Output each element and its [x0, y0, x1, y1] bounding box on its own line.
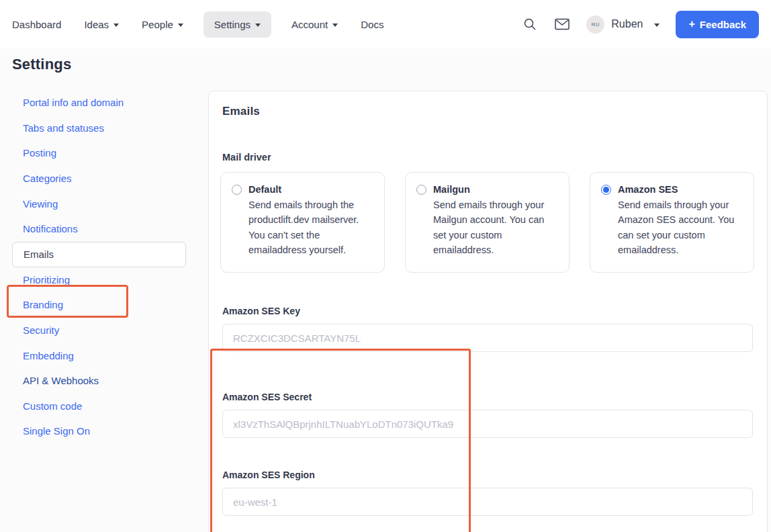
mail-icon[interactable]	[554, 16, 570, 32]
sidebar-item-notifications[interactable]: Notifications	[0, 216, 201, 242]
sidebar-item-posting[interactable]: Posting	[0, 140, 201, 166]
field-amazon-ses-key: Amazon SES Key	[222, 306, 753, 352]
nav-actions: RU Ruben + Feedback	[522, 11, 759, 38]
active-tab-box: Emails	[12, 242, 186, 267]
feedback-button-label: Feedback	[700, 19, 746, 30]
sidebar-item-embedding[interactable]: Embedding	[0, 343, 201, 368]
driver-option-title: Amazon SES	[618, 184, 678, 195]
sidebar-item-label: Prioritizing	[23, 274, 70, 285]
driver-option-default[interactable]: Default Send emails through the productl…	[220, 172, 385, 273]
sidebar-item-portal-info[interactable]: Portal info and domain	[0, 90, 201, 116]
sidebar-item-label: Portal info and domain	[23, 97, 124, 108]
nav-item-dashboard[interactable]: Dashboard	[12, 19, 61, 30]
avatar-initials: RU	[592, 21, 600, 28]
page-title: Settings	[12, 56, 71, 73]
mail-driver-label: Mail driver	[222, 152, 271, 163]
sidebar-item-single-sign-on[interactable]: Single Sign On	[0, 418, 201, 444]
field-amazon-ses-region: Amazon SES Region	[222, 470, 753, 516]
nav-item-settings[interactable]: Settings	[203, 11, 271, 38]
plus-icon: +	[688, 19, 694, 30]
chevron-down-icon	[654, 24, 660, 27]
sidebar-item-label: Branding	[23, 299, 63, 310]
sidebar-item-label: Notifications	[23, 223, 78, 234]
amazon-ses-key-input[interactable]	[222, 324, 753, 352]
sidebar-item-label: Security	[23, 324, 59, 336]
user-name: Ruben	[611, 18, 643, 30]
chevron-down-icon	[255, 24, 261, 27]
sidebar-item-tabs-statuses[interactable]: Tabs and statuses	[0, 116, 201, 141]
page-body: Settings Portal info and domain Tabs and…	[0, 48, 771, 532]
sidebar-item-label: Viewing	[23, 198, 58, 210]
sidebar-item-label: API & Webhooks	[23, 375, 99, 386]
amazon-ses-region-input[interactable]	[222, 488, 753, 516]
sidebar-item-label: Custom code	[23, 400, 82, 412]
sidebar-item-label: Posting	[23, 147, 56, 159]
radio-unchecked-icon[interactable]	[416, 185, 426, 195]
driver-option-description: Send emails through your Mailgun account…	[433, 197, 558, 258]
field-amazon-ses-secret: Amazon SES Secret	[222, 392, 753, 438]
sidebar-item-label: Categories	[23, 173, 72, 184]
nav-menu: Dashboard Ideas People Settings Account …	[12, 11, 383, 38]
chevron-down-icon	[178, 24, 183, 27]
nav-item-ideas[interactable]: Ideas	[84, 19, 119, 30]
driver-option-description: Send emails through your Amazon SES acco…	[618, 197, 743, 258]
nav-item-label: Ideas	[84, 19, 109, 30]
nav-item-label: People	[142, 19, 173, 30]
search-icon[interactable]	[522, 16, 538, 32]
avatar: RU	[586, 15, 604, 34]
sidebar-item-prioritizing[interactable]: Prioritizing	[0, 267, 201, 293]
card-title: Emails	[222, 105, 260, 118]
sidebar-item-viewing[interactable]: Viewing	[0, 191, 201, 216]
nav-item-docs[interactable]: Docs	[361, 19, 383, 30]
top-navigation: Dashboard Ideas People Settings Account …	[0, 0, 771, 48]
radio-unchecked-icon[interactable]	[232, 185, 242, 195]
radio-checked-icon[interactable]	[601, 185, 611, 195]
sidebar-item-security[interactable]: Security	[0, 318, 201, 343]
nav-item-account[interactable]: Account	[291, 19, 338, 30]
driver-option-amazon-ses[interactable]: Amazon SES Send emails through your Amaz…	[590, 172, 754, 273]
field-label: Amazon SES Key	[222, 306, 753, 316]
sidebar-item-label: Tabs and statuses	[23, 122, 104, 134]
nav-item-label: Dashboard	[12, 19, 61, 30]
chevron-down-icon	[114, 24, 119, 27]
nav-item-label: Docs	[361, 19, 383, 30]
sidebar-item-custom-code[interactable]: Custom code	[0, 394, 201, 419]
nav-item-people[interactable]: People	[142, 19, 183, 30]
user-menu[interactable]: RU Ruben	[586, 15, 660, 34]
driver-option-mailgun[interactable]: Mailgun Send emails through your Mailgun…	[405, 172, 570, 273]
nav-item-label: Account	[291, 19, 328, 30]
nav-item-label: Settings	[214, 19, 251, 30]
emails-settings-card: Emails Mail driver Default Send emails t…	[208, 91, 768, 532]
chevron-down-icon	[332, 24, 338, 27]
driver-option-title: Default	[248, 184, 281, 195]
sidebar-item-label: Embedding	[23, 350, 74, 361]
driver-option-description: Send emails through the productlift.dev …	[248, 197, 373, 258]
settings-sidebar: Portal info and domain Tabs and statuses…	[0, 90, 201, 444]
driver-option-title: Mailgun	[433, 184, 470, 195]
sidebar-item-api-webhooks[interactable]: API & Webhooks	[0, 368, 201, 394]
field-label: Amazon SES Region	[222, 470, 753, 480]
mail-driver-options: Default Send emails through the productl…	[209, 172, 768, 273]
sidebar-item-categories[interactable]: Categories	[0, 166, 201, 191]
sidebar-item-branding[interactable]: Branding	[0, 292, 201, 318]
amazon-ses-secret-input[interactable]	[222, 410, 753, 438]
sidebar-item-emails-active[interactable]: Emails	[0, 242, 201, 267]
sidebar-item-label: Single Sign On	[23, 425, 90, 437]
sidebar-item-label: Emails	[24, 249, 54, 260]
field-label: Amazon SES Secret	[222, 392, 753, 402]
add-feedback-button[interactable]: + Feedback	[676, 11, 759, 38]
